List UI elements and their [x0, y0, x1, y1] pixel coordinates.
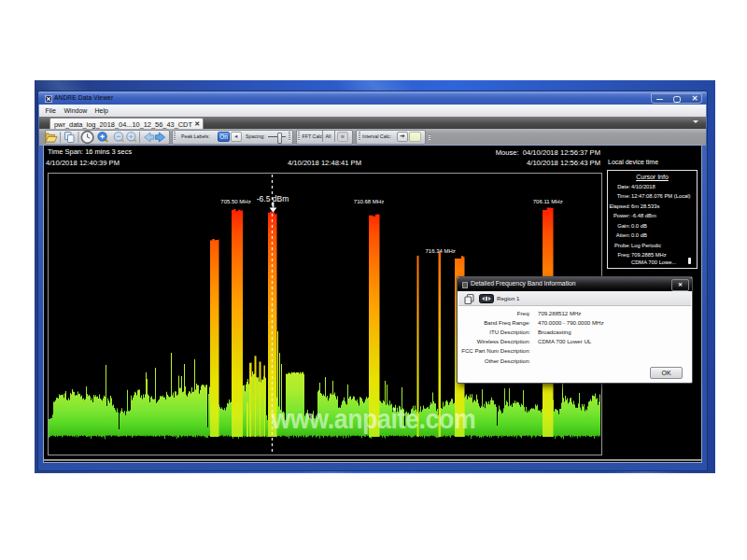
- svg-text:-6.5 dBm: -6.5 dBm: [257, 194, 289, 203]
- svg-text:706.11 MHz: 706.11 MHz: [533, 199, 563, 204]
- svg-text:710.68 MHz: 710.68 MHz: [354, 199, 384, 204]
- svg-text:705.50 MHz: 705.50 MHz: [220, 199, 250, 204]
- svg-text:716.34 MHz: 716.34 MHz: [426, 248, 456, 254]
